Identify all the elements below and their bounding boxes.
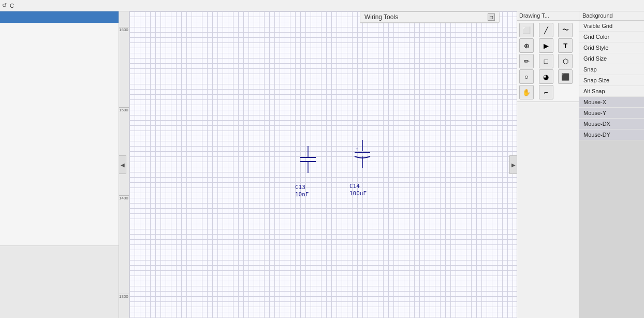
canvas-area: Wiring Tools □ 1600 1500 1400 1300 xyxy=(119,11,517,318)
collapse-right-button[interactable]: ▶ xyxy=(509,155,517,174)
tool-bus[interactable]: 〜 xyxy=(558,23,573,37)
tool-wire[interactable]: ╱ xyxy=(539,23,553,37)
component-c14[interactable]: + C14 100uF xyxy=(349,140,378,197)
tool-pan[interactable]: ✋ xyxy=(519,85,534,99)
properties-header: Background xyxy=(579,11,644,21)
top-bar: ↺ C xyxy=(0,0,644,11)
redo-button[interactable]: C xyxy=(10,3,14,9)
prop-mouse-x[interactable]: Mouse-X xyxy=(579,97,644,108)
capacitor-c13-symbol xyxy=(295,146,321,182)
left-sidebar-bottom xyxy=(0,245,119,318)
prop-grid-size[interactable]: Grid Size xyxy=(579,53,644,64)
tool-add-text[interactable]: T xyxy=(558,38,573,53)
tool-rectangle[interactable]: □ xyxy=(539,54,553,68)
properties-panel: Background Visible Grid Grid Color Grid … xyxy=(579,11,644,318)
main-layout: Wiring Tools □ 1600 1500 1400 1300 xyxy=(0,11,644,318)
wiring-tools-header[interactable]: Wiring Tools □ xyxy=(360,12,499,23)
wiring-tools-title: Wiring Tools xyxy=(364,13,398,21)
collapse-left-button[interactable]: ◀ xyxy=(119,155,126,174)
drawing-tools-panel: Drawing T... ⬜ ╱ 〜 ⊕ ▶ T ✏ □ ⬡ ○ ◕ ⬛ ✋ ⌐ xyxy=(517,11,579,318)
prop-grid-color[interactable]: Grid Color xyxy=(579,32,644,42)
tool-circle[interactable]: ○ xyxy=(519,69,534,84)
tool-empty xyxy=(558,85,573,99)
prop-visible-grid[interactable]: Visible Grid xyxy=(579,21,644,32)
tool-arc[interactable]: ◕ xyxy=(539,69,553,84)
c14-label: C14 100uF xyxy=(349,182,378,197)
prop-snap-size[interactable]: Snap Size xyxy=(579,75,644,86)
ruler-mark-1300: 1300 xyxy=(119,294,129,299)
wiring-tools-close-button[interactable]: □ xyxy=(488,13,495,21)
prop-alt-snap[interactable]: Alt Snap xyxy=(579,86,644,97)
canvas-wrapper[interactable]: 1600 1500 1400 1300 xyxy=(119,11,517,318)
tool-polygon[interactable]: ⬡ xyxy=(558,54,573,68)
tool-add-junction[interactable]: ⊕ xyxy=(519,38,534,53)
tool-add-label[interactable]: ▶ xyxy=(539,38,553,53)
prop-mouse-y[interactable]: Mouse-Y xyxy=(579,108,644,119)
left-sidebar xyxy=(0,11,119,318)
component-c13[interactable]: C13 10nF xyxy=(295,146,321,198)
wiring-tools-panel: Wiring Tools □ xyxy=(360,11,500,23)
tool-draw[interactable]: ✏ xyxy=(519,54,534,68)
properties-bottom xyxy=(579,140,644,318)
tool-image[interactable]: ⬛ xyxy=(558,69,573,84)
tool-route[interactable]: ⌐ xyxy=(539,85,553,99)
canvas-grid[interactable]: 1600 1500 1400 1300 xyxy=(119,11,517,318)
ruler-mark-1400: 1400 xyxy=(119,195,129,200)
drawing-tools-header: Drawing T... xyxy=(517,11,579,21)
capacitor-c14-symbol: + xyxy=(349,140,378,181)
prop-mouse-dy[interactable]: Mouse-DY xyxy=(579,129,644,140)
prop-grid-style[interactable]: Grid Style xyxy=(579,42,644,53)
tool-select[interactable]: ⬜ xyxy=(519,23,534,37)
svg-text:+: + xyxy=(356,146,359,151)
drawing-tools-grid: ⬜ ╱ 〜 ⊕ ▶ T ✏ □ ⬡ ○ ◕ ⬛ ✋ ⌐ xyxy=(517,21,579,102)
c13-label: C13 10nF xyxy=(295,183,321,198)
undo-button[interactable]: ↺ xyxy=(2,2,7,9)
prop-mouse-dx[interactable]: Mouse-DX xyxy=(579,119,644,129)
ruler-mark-1600: 1600 xyxy=(119,27,129,32)
ruler-mark-1500: 1500 xyxy=(119,107,129,112)
prop-snap[interactable]: Snap xyxy=(579,64,644,75)
left-sidebar-top xyxy=(0,11,119,23)
left-sidebar-content xyxy=(0,23,119,245)
